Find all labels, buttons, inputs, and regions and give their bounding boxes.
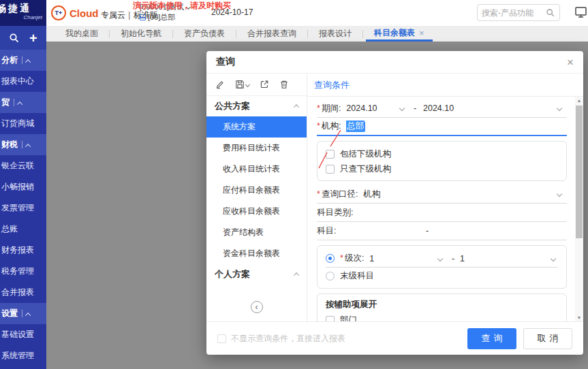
dialog-title: 查询: [216, 56, 235, 68]
org-row: 机构: 总部: [317, 118, 567, 136]
tab-item[interactable]: 科目余额表×: [366, 26, 433, 42]
level-to-value[interactable]: 1: [460, 254, 465, 263]
divider: [14, 99, 14, 106]
sidebar-item[interactable]: 财务报表: [0, 240, 46, 261]
radio-icon[interactable]: [326, 272, 335, 280]
plan-item[interactable]: 费用科目统计表: [206, 138, 307, 159]
save-icon[interactable]: [235, 80, 249, 89]
sidebar-item[interactable]: 发票管理: [0, 197, 46, 219]
level-panel: 级次: 1 - 1 末级科目: [317, 245, 567, 289]
sidebar-label: 财税: [1, 139, 18, 150]
tab-item[interactable]: 初始化导航: [112, 26, 170, 42]
sidebar-item[interactable]: 小畅报销: [0, 176, 46, 197]
tplus-cloud-logo-icon: T+: [51, 5, 66, 20]
period-row: 期间: 2024.10 - 2024.10: [317, 99, 567, 118]
text-caret: [365, 122, 365, 131]
search-input[interactable]: [482, 8, 546, 18]
close-icon[interactable]: ×: [567, 57, 574, 68]
chevron-down-icon[interactable]: [437, 256, 443, 261]
only-sub-checkbox-row[interactable]: 只查下级机构: [326, 161, 558, 176]
scroll-down-icon[interactable]: ▼: [575, 315, 583, 320]
org-input-value[interactable]: 总部: [346, 121, 365, 132]
sidebar-item[interactable]: 合并报表: [0, 282, 46, 303]
tab-close-icon[interactable]: ×: [419, 28, 424, 38]
tab-item[interactable]: 报表设计: [311, 26, 360, 42]
chevron-down-icon: [245, 82, 250, 86]
product-search[interactable]: [477, 4, 560, 21]
subject-category-label: 科目类别:: [317, 207, 353, 219]
chevron-down-icon[interactable]: [557, 191, 562, 197]
plan-item[interactable]: 资金科目余额表: [206, 243, 307, 264]
chevron-down-icon[interactable]: [557, 106, 562, 111]
caliber-value[interactable]: 机构: [363, 189, 380, 200]
plan-item[interactable]: 应收科目余额表: [206, 201, 307, 222]
sidebar-item[interactable]: 系统管理: [0, 345, 46, 366]
tab-item[interactable]: 资产负债表: [176, 26, 233, 42]
plan-item[interactable]: 收入科目统计表: [206, 159, 307, 180]
sidebar-label: 总账: [1, 223, 18, 235]
last-level-radio-row[interactable]: 末级科目: [326, 268, 558, 284]
export-icon[interactable]: [260, 80, 269, 89]
level-range-dash: -: [452, 254, 454, 263]
chevron-down-icon[interactable]: [399, 106, 405, 111]
subject-category-row: 科目类别:: [317, 204, 567, 222]
sidebar-section[interactable]: 分析: [0, 50, 46, 71]
level-from-value[interactable]: 1: [369, 254, 374, 263]
aux-header: 按辅助项展开: [326, 299, 558, 312]
period-to-value[interactable]: 2024.10: [423, 103, 454, 113]
sidebar-item[interactable]: 报表中心: [0, 71, 46, 92]
sidebar-label: 分析: [1, 54, 18, 66]
dialog-footer: 不显示查询条件，直接进入报表 查询 取消: [206, 321, 583, 355]
subject-row: 科目: -: [317, 222, 567, 240]
public-plans-header[interactable]: 公共方案: [206, 96, 307, 116]
condition-form: 期间: 2024.10 - 2024.10 机构: 总部: [307, 97, 575, 321]
sidebar-section[interactable]: 贸: [0, 92, 46, 113]
tab-label: 报表设计: [319, 28, 352, 39]
sidebar-section[interactable]: 设置: [0, 303, 46, 324]
checkbox-icon[interactable]: [217, 334, 226, 343]
collapse-panel-button[interactable]: ‹: [251, 301, 263, 313]
workstation-icon[interactable]: [574, 5, 588, 19]
chevron-down-icon[interactable]: [551, 256, 556, 261]
search-icon[interactable]: [546, 8, 555, 18]
plan-item[interactable]: 系统方案: [206, 116, 307, 138]
sidebar-item[interactable]: 订货商城: [0, 113, 46, 134]
dept-checkbox-row[interactable]: 部门: [326, 312, 558, 321]
checkbox-icon[interactable]: [326, 150, 335, 159]
sidebar-item[interactable]: 基础设置: [0, 324, 46, 345]
plan-item[interactable]: 资产结构表: [206, 222, 307, 243]
sidebar-item[interactable]: 税务管理: [0, 261, 46, 282]
include-sub-checkbox-row[interactable]: 包括下级机构: [326, 146, 558, 161]
scroll-up-icon[interactable]: ▲: [575, 98, 583, 103]
sidebar: 畅捷通 Chanjet + 分析报表中心贸订货商城财税银企云联小畅报销发票管理总…: [0, 0, 46, 369]
sidebar-section[interactable]: 财税: [0, 134, 46, 155]
plan-item[interactable]: 应付科目余额表: [206, 180, 307, 201]
sidebar-item[interactable]: 银企云联: [0, 155, 46, 176]
personal-plans-header[interactable]: 个人方案: [206, 264, 307, 285]
period-from-value[interactable]: 2024.10: [346, 103, 377, 113]
tab-divider: [362, 30, 363, 38]
condition-tab[interactable]: 查询条件: [307, 74, 583, 97]
scrollbar-thumb[interactable]: [576, 106, 583, 238]
skip-condition-row[interactable]: 不显示查询条件，直接进入报表: [217, 333, 345, 344]
add-icon[interactable]: +: [29, 31, 37, 45]
condition-panel: 查询条件 期间: 2024.10 - 2024.10 机构: 总部: [307, 74, 583, 321]
search-icon[interactable]: [9, 33, 20, 44]
sidebar-item[interactable]: 总账: [0, 219, 46, 240]
delete-icon[interactable]: [279, 80, 289, 89]
tab-item[interactable]: 我的桌面: [57, 26, 106, 42]
plans-panel: 公共方案 系统方案费用科目统计表收入科目统计表应付科目余额表应收科目余额表资产结…: [206, 74, 307, 321]
cancel-button[interactable]: 取消: [523, 328, 572, 349]
form-scrollbar[interactable]: ▲ ▼: [575, 97, 583, 321]
edit-icon[interactable]: [215, 80, 225, 89]
checkbox-icon[interactable]: [326, 316, 335, 322]
level-radio-row[interactable]: 级次: 1 - 1: [326, 250, 558, 268]
subject-range-dash: -: [426, 226, 429, 236]
radio-selected-icon[interactable]: [326, 254, 335, 263]
chevron-up-icon: [25, 312, 31, 318]
condition-tab-label: 查询条件: [314, 79, 350, 91]
query-button[interactable]: 查询: [467, 328, 516, 349]
personal-plans-label: 个人方案: [215, 268, 250, 280]
checkbox-icon[interactable]: [326, 165, 335, 174]
tab-item[interactable]: 合并报表查询: [239, 26, 305, 42]
